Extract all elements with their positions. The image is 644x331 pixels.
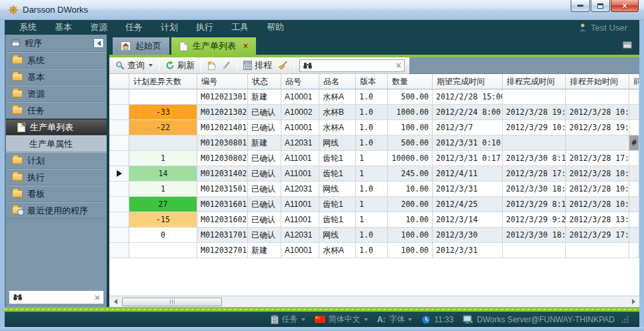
cell-item-name: 水杯A	[319, 243, 356, 258]
table-row[interactable]: 14 M012031402 已确认 A11001 齿轮1 1 245.00 20…	[109, 166, 639, 182]
refresh-button[interactable]: 刷新	[164, 59, 196, 72]
horizontal-scrollbar[interactable]	[109, 296, 639, 307]
cell-schedule-finish: 2012/3/28 17:13	[503, 166, 566, 182]
cell-status: 新建	[248, 135, 281, 151]
sidebar-item[interactable]: 系统	[6, 52, 107, 69]
window-list-icon[interactable]	[623, 41, 639, 49]
table-search-box[interactable]: ×	[299, 59, 405, 72]
table-row[interactable]: -15 M012031602 已确认 A11001 齿轮1 1 10.00 20…	[109, 212, 639, 228]
column-header[interactable]: 前	[629, 74, 639, 89]
column-header[interactable]: 期望完成时间	[433, 74, 503, 89]
refresh-icon	[165, 61, 175, 70]
table-row[interactable]: -33 M012021302 已确认 A10002 水杯B 1.0 1000.0…	[109, 105, 639, 120]
broom-icon	[278, 61, 288, 70]
column-header[interactable]: 品号	[281, 74, 319, 89]
folder-icon	[12, 174, 23, 181]
column-header[interactable]: 品名	[319, 74, 356, 89]
table-row[interactable]: M012032701 新建 A10001 水杯A 1.0 100.00 2012…	[109, 243, 639, 258]
table-row[interactable]: -22 M012021401 已确认 A10001 水杯A 1.0 100.00…	[109, 120, 639, 135]
cell-schedule-start	[566, 243, 629, 258]
table-row[interactable]: 1 M012030802 已确认 A11001 齿轮1 1 10000.00 2…	[109, 151, 639, 166]
scroll-right-button[interactable]	[628, 297, 639, 307]
table-row[interactable]: M012021301 新建 A10001 水杯A 1.0 500.00 2012…	[109, 89, 639, 105]
sidebar-item[interactable]: 最近使用的程序	[6, 202, 107, 219]
user-name: Test User	[591, 23, 627, 33]
menu-item[interactable]: 工具	[231, 21, 249, 33]
cell-schedule-start	[566, 89, 629, 105]
sidebar-item[interactable]: 计划	[6, 152, 107, 169]
cell-plan-diff-days	[129, 89, 197, 105]
bottom-accent-strip	[5, 307, 639, 312]
table-header: 计划差异天数编号状态品号品名版本数量期望完成时间排程完成时间排程开始时间前	[109, 74, 639, 89]
sidebar-item[interactable]: 任务	[6, 102, 107, 119]
schedule-button[interactable]: 排程	[242, 59, 273, 72]
restore-button[interactable]	[591, 0, 610, 12]
column-header[interactable]: 数量	[388, 74, 433, 89]
edit-button[interactable]	[221, 60, 232, 71]
status-language-dropdown[interactable]: 简体中文	[315, 314, 368, 325]
column-header[interactable]: 计划差异天数	[129, 74, 197, 89]
table-search-input[interactable]	[315, 61, 393, 71]
menu-item[interactable]: 帮助	[267, 21, 284, 33]
table-row[interactable]: 1 M012031501 已确认 A12031 网线 1.0 10.00 201…	[109, 182, 639, 197]
menu-item[interactable]: 任务	[125, 21, 143, 33]
column-header[interactable]: 状态	[248, 74, 281, 89]
separator	[201, 60, 201, 71]
sidebar-item-label: 计划	[27, 155, 45, 167]
column-header[interactable]: 排程完成时间	[503, 74, 566, 89]
cell-schedule-start: 2012/3/28 13:40	[566, 212, 629, 228]
sidebar-filter-box[interactable]: ×	[9, 290, 104, 304]
table-row[interactable]: 27 M012031601 已确认 A11001 齿轮1 1 200.00 20…	[109, 197, 639, 212]
scroll-left-button[interactable]	[110, 297, 121, 307]
separator	[159, 60, 159, 71]
close-button[interactable]: ×	[611, 0, 639, 12]
cell-item-name: 水杯A	[319, 89, 356, 105]
menu-item[interactable]: 计划	[161, 21, 178, 33]
new-button[interactable]	[206, 60, 217, 71]
menu-list: 系统基本资源任务计划执行工具帮助	[13, 21, 284, 33]
status-task-dropdown[interactable]: 任务	[271, 314, 305, 325]
sidebar-item-label: 资源	[27, 88, 45, 100]
folder-icon	[12, 73, 23, 81]
cell-quantity: 10000.00	[388, 151, 433, 166]
column-header[interactable]: 编号	[197, 74, 248, 89]
table-row[interactable]: M012030801 新建 A12031 网线 1.0 500.00 2012/…	[109, 135, 639, 151]
tab-order-list[interactable]: 生产单列表 ×	[171, 37, 256, 55]
menu-item[interactable]: 资源	[90, 21, 107, 33]
cell-overflow: #	[629, 135, 639, 151]
column-header[interactable]: 版本	[356, 74, 388, 89]
query-button[interactable]: 查询	[114, 59, 154, 72]
tab-close-icon[interactable]: ×	[243, 41, 248, 51]
sidebar-item[interactable]: 基本	[6, 69, 107, 85]
chevron-down-icon	[149, 64, 153, 67]
search-clear-icon[interactable]: ×	[396, 61, 401, 69]
sidebar-item[interactable]: 执行	[6, 169, 107, 186]
cell-overflow	[629, 120, 639, 135]
minimize-button[interactable]	[571, 0, 590, 12]
table-row[interactable]: 0 M012031701 已确认 A12031 网线 1.0 100.00 20…	[109, 228, 639, 243]
sidebar-item[interactable]: 资源	[6, 85, 107, 102]
filter-clear-icon[interactable]: ×	[95, 294, 100, 302]
cell-schedule-finish: 2012/3/30 18:00	[503, 228, 566, 243]
sidebar-item[interactable]: 生产单列表	[6, 119, 107, 135]
cell-order-no: M012021302	[197, 105, 248, 120]
user-area[interactable]: Test User	[578, 23, 631, 33]
sidebar-item[interactable]: 生产单属性	[6, 135, 107, 152]
menu-item[interactable]: 系统	[19, 21, 37, 33]
scrollbar-thumb[interactable]	[122, 298, 222, 306]
column-header[interactable]	[109, 74, 129, 89]
cell-overflow	[629, 151, 639, 166]
menu-item[interactable]: 基本	[55, 21, 72, 33]
sidebar-item-label: 最近使用的程序	[27, 205, 88, 217]
cell-order-no: M012031402	[197, 166, 248, 182]
clean-button[interactable]	[277, 60, 289, 71]
sidebar-collapse-button[interactable]	[93, 38, 104, 48]
column-header[interactable]: 排程开始时间	[566, 74, 629, 89]
sidebar-item[interactable]: 看板	[6, 186, 107, 202]
cell-plan-diff-days: -33	[129, 105, 197, 120]
tab-start-page[interactable]: 起始页	[113, 37, 169, 55]
sidebar-item-label: 执行	[27, 172, 45, 184]
menu-item[interactable]: 执行	[196, 21, 213, 33]
resize-grip[interactable]	[627, 316, 629, 318]
status-font-dropdown[interactable]: A: 字体	[377, 314, 413, 325]
